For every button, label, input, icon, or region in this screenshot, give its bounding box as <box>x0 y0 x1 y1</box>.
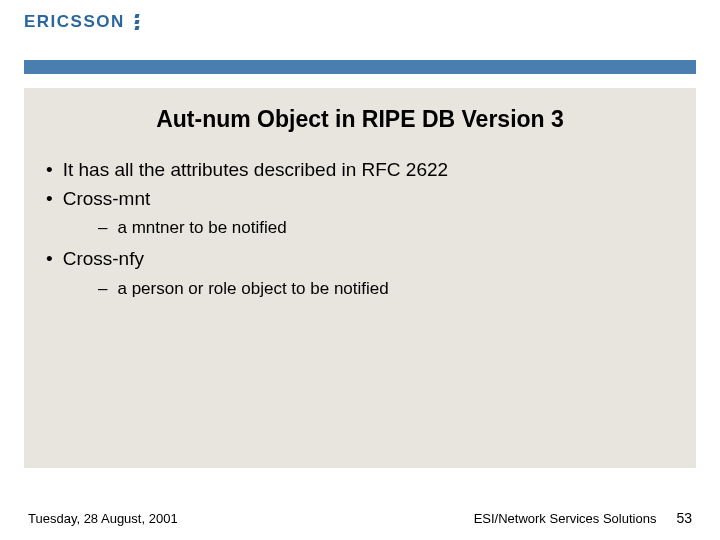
bullet-item: Cross-mnt a mntner to be notified <box>42 186 696 240</box>
bullet-text: It has all the attributes described in R… <box>63 159 448 180</box>
bullet-list: It has all the attributes described in R… <box>24 157 696 300</box>
footer: Tuesday, 28 August, 2001 ESI/Network Ser… <box>0 510 720 526</box>
bullet-text: Cross-mnt <box>63 188 151 209</box>
sub-bullet-item: a person or role object to be notified <box>98 277 696 301</box>
footer-org: ESI/Network Services Solutions <box>474 511 657 526</box>
brand-logo: ERICSSON <box>24 12 139 32</box>
footer-date: Tuesday, 28 August, 2001 <box>28 511 178 526</box>
bullet-item: It has all the attributes described in R… <box>42 157 696 184</box>
slide-title: Aut-num Object in RIPE DB Version 3 <box>24 88 696 157</box>
bullet-text: Cross-nfy <box>63 248 144 269</box>
footer-page-number: 53 <box>676 510 692 526</box>
sub-bullet-text: a mntner to be notified <box>117 218 286 237</box>
header-divider <box>24 60 696 74</box>
slide: ERICSSON Aut-num Object in RIPE DB Versi… <box>0 0 720 540</box>
header: ERICSSON <box>0 0 720 60</box>
content-area: Aut-num Object in RIPE DB Version 3 It h… <box>24 88 696 468</box>
footer-right: ESI/Network Services Solutions 53 <box>474 510 692 526</box>
sub-bullet-text: a person or role object to be notified <box>117 279 388 298</box>
bullet-item: Cross-nfy a person or role object to be … <box>42 246 696 300</box>
sub-bullet-item: a mntner to be notified <box>98 216 696 240</box>
brand-bars-icon <box>135 14 139 30</box>
brand-name: ERICSSON <box>24 12 125 32</box>
